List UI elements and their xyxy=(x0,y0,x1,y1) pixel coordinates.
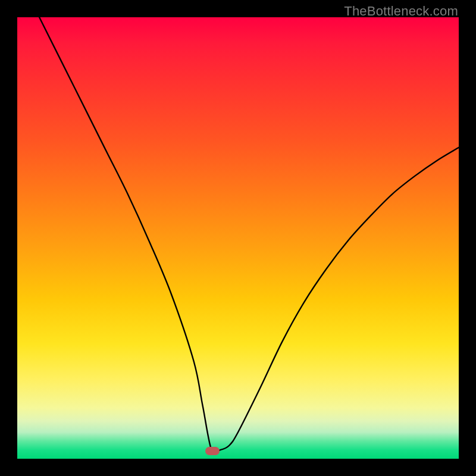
plot-area xyxy=(17,17,459,459)
bottleneck-curve xyxy=(17,17,459,459)
chart-frame: TheBottleneck.com xyxy=(0,0,476,476)
watermark-label: TheBottleneck.com xyxy=(344,4,458,19)
minimum-marker xyxy=(205,447,220,455)
